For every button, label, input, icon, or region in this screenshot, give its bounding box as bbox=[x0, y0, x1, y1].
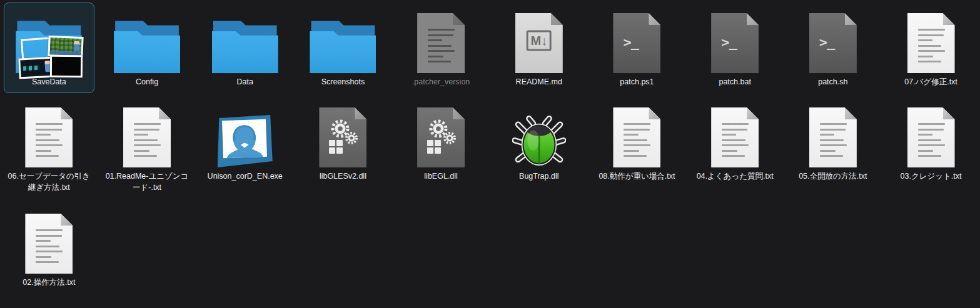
file-icon-box bbox=[809, 105, 857, 167]
text-file-icon bbox=[711, 107, 759, 167]
file-item-script[interactable]: >_ patch.bat bbox=[690, 2, 780, 93]
file-item-markdown[interactable]: M↓ README.md bbox=[493, 2, 584, 93]
gears-icon bbox=[326, 119, 359, 156]
file-icon-box bbox=[16, 11, 82, 73]
file-label: 04.よくあった質問.txt bbox=[697, 171, 774, 182]
file-item-text[interactable]: 06.セーブデータの引き継ぎ方法.txt bbox=[4, 98, 94, 203]
folder-icon bbox=[310, 19, 376, 73]
file-label: 01.ReadMe-ユニゾンコード-.txt bbox=[103, 171, 192, 193]
file-label: 03.クレジット.txt bbox=[901, 171, 962, 182]
file-icon-box bbox=[212, 11, 278, 73]
text-file-icon bbox=[123, 107, 171, 167]
hidden-file-icon bbox=[417, 13, 465, 73]
folder-icon bbox=[212, 19, 278, 73]
file-icon-box bbox=[512, 105, 566, 167]
terminal-prompt-glyph: >_ bbox=[819, 34, 835, 50]
text-file-icon bbox=[613, 107, 660, 167]
folder-preview-icon bbox=[16, 19, 82, 73]
file-icon-box: >_ bbox=[711, 11, 759, 73]
file-label: Unison_corD_EN.exe bbox=[208, 171, 283, 182]
file-icon-box bbox=[25, 105, 73, 167]
text-file-icon bbox=[25, 107, 73, 167]
file-item-folder-preview[interactable]: SaveData bbox=[4, 2, 94, 93]
file-item-script[interactable]: >_ patch.ps1 bbox=[592, 2, 682, 93]
file-label: patch.sh bbox=[818, 77, 847, 88]
file-label: Screenshots bbox=[321, 77, 365, 88]
terminal-prompt-glyph: >_ bbox=[623, 34, 639, 50]
file-icon-box: >_ bbox=[809, 11, 857, 73]
dll-file-icon bbox=[417, 107, 465, 167]
text-file-icon bbox=[907, 13, 955, 73]
bug-icon bbox=[512, 115, 566, 167]
file-icon-box: M↓ bbox=[515, 11, 563, 73]
file-icon-box bbox=[25, 211, 73, 274]
markdown-file-icon: M↓ bbox=[515, 13, 563, 73]
file-grid: SaveData Config Data Screenshots .patche… bbox=[0, 0, 980, 308]
file-label: Config bbox=[136, 77, 158, 88]
text-file-icon bbox=[907, 107, 955, 167]
file-item-text[interactable]: 07.バグ修正.txt bbox=[886, 2, 976, 93]
file-item-folder[interactable]: Screenshots bbox=[298, 2, 388, 93]
file-item-script[interactable]: >_ patch.sh bbox=[788, 2, 879, 93]
file-item-bug[interactable]: BugTrap.dll bbox=[493, 98, 584, 203]
script-file-icon: >_ bbox=[613, 13, 660, 73]
file-icon-box bbox=[123, 105, 171, 167]
file-icon-box bbox=[907, 11, 955, 73]
file-item-dll[interactable]: libGLESv2.dll bbox=[298, 98, 388, 203]
file-label: 08.動作が重い場合.txt bbox=[599, 171, 675, 182]
file-label: SaveData bbox=[32, 77, 66, 88]
markdown-logo: M↓ bbox=[526, 31, 552, 51]
folder-icon bbox=[114, 19, 180, 73]
file-item-exe[interactable]: Unison_corD_EN.exe bbox=[200, 98, 290, 203]
file-row: 06.セーブデータの引き継ぎ方法.txt 01.ReadMe-ユニゾンコード-.… bbox=[0, 96, 980, 206]
file-label: patch.ps1 bbox=[620, 77, 654, 88]
file-icon-box bbox=[417, 105, 465, 167]
file-label: README.md bbox=[516, 77, 562, 88]
terminal-prompt-glyph: >_ bbox=[721, 34, 737, 50]
file-item-text[interactable]: 01.ReadMe-ユニゾンコード-.txt bbox=[102, 98, 193, 203]
file-icon-box: >_ bbox=[613, 11, 660, 73]
file-label: BugTrap.dll bbox=[519, 171, 558, 182]
file-label: patch.bat bbox=[719, 77, 750, 88]
file-item-text[interactable]: 03.クレジット.txt bbox=[886, 98, 976, 203]
file-icon-box bbox=[114, 11, 180, 73]
script-file-icon: >_ bbox=[809, 13, 857, 73]
gears-icon bbox=[425, 119, 457, 156]
file-item-text[interactable]: 02.操作方法.txt bbox=[4, 208, 94, 306]
file-label: 06.セーブデータの引き継ぎ方法.txt bbox=[4, 171, 94, 193]
file-label: 02.操作方法.txt bbox=[23, 277, 75, 289]
file-label: libEGL.dll bbox=[424, 171, 458, 182]
file-label: 05.全開放の方法.txt bbox=[799, 171, 867, 182]
file-item-folder[interactable]: Config bbox=[102, 2, 193, 93]
dll-file-icon bbox=[319, 107, 366, 167]
file-icon-box bbox=[711, 105, 759, 167]
script-file-icon: >_ bbox=[711, 13, 759, 73]
file-label: .patcher_version bbox=[412, 77, 470, 88]
file-row: 02.操作方法.txt bbox=[0, 206, 980, 308]
file-icon-box bbox=[417, 11, 465, 73]
file-item-text[interactable]: 08.動作が重い場合.txt bbox=[592, 98, 682, 203]
file-item-dll[interactable]: libEGL.dll bbox=[396, 98, 487, 203]
file-icon-box bbox=[907, 105, 955, 167]
file-item-text[interactable]: 04.よくあった質問.txt bbox=[690, 98, 780, 203]
preview-thumbnail bbox=[50, 55, 83, 77]
file-item-hidden-file[interactable]: .patcher_version bbox=[396, 2, 487, 93]
file-icon-box bbox=[613, 105, 660, 167]
file-icon-box bbox=[319, 105, 366, 167]
file-icon-box bbox=[218, 105, 273, 167]
file-item-text[interactable]: 05.全開放の方法.txt bbox=[788, 98, 879, 203]
file-label: Data bbox=[237, 77, 253, 88]
application-exe-icon bbox=[218, 115, 273, 167]
file-label: libGLESv2.dll bbox=[320, 171, 366, 182]
file-row: SaveData Config Data Screenshots .patche… bbox=[0, 0, 980, 96]
text-file-icon bbox=[25, 214, 73, 274]
file-label: 07.バグ修正.txt bbox=[904, 77, 957, 88]
file-icon-box bbox=[310, 11, 376, 73]
person-silhouette-icon bbox=[222, 121, 266, 158]
file-item-folder[interactable]: Data bbox=[200, 2, 290, 93]
text-file-icon bbox=[809, 107, 857, 167]
